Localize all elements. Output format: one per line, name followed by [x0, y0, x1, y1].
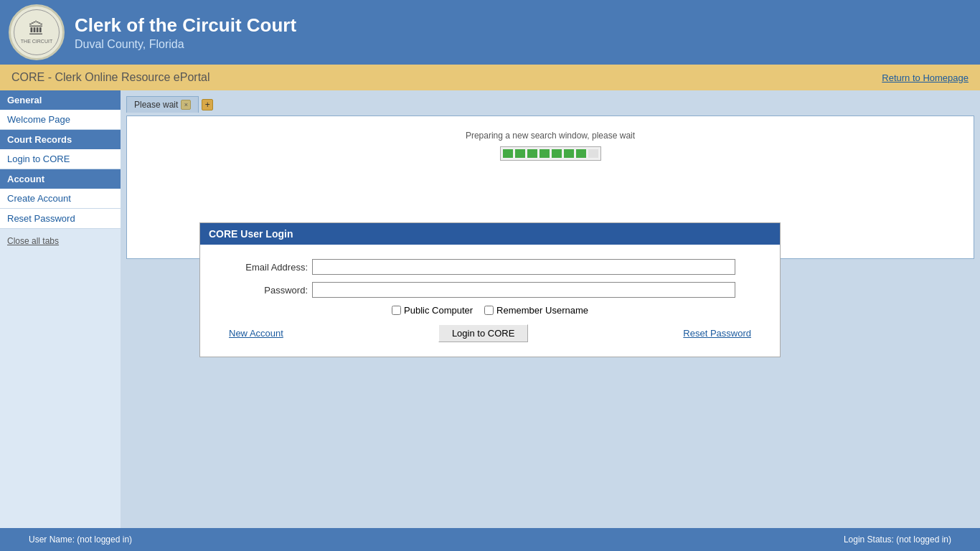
password-label: Password:: [222, 285, 308, 296]
password-input[interactable]: [312, 282, 735, 298]
tab-close-button[interactable]: ×: [181, 100, 191, 110]
login-modal: CORE User Login Email Address: Password:…: [199, 222, 781, 357]
tab-add-button[interactable]: +: [202, 99, 213, 110]
public-computer-label[interactable]: Public Computer: [392, 305, 473, 316]
sidebar-item-login-to-core[interactable]: Login to CORE: [0, 149, 121, 169]
please-wait-tab[interactable]: Please wait ×: [126, 96, 199, 113]
login-modal-body: Email Address: Password: Public Computer…: [200, 245, 780, 357]
progress-block-7: [576, 149, 586, 158]
remember-username-label[interactable]: Remember Username: [484, 305, 588, 316]
sidebar-section-court-records: Court Records: [0, 130, 121, 149]
new-account-link[interactable]: New Account: [229, 328, 283, 339]
progress-block-1: [503, 149, 513, 158]
remember-username-checkbox[interactable]: [484, 306, 494, 315]
sidebar-section-general: General: [0, 90, 121, 110]
site-title: Clerk of the Circuit Court: [75, 14, 296, 37]
header-titles: Clerk of the Circuit Court Duval County,…: [75, 14, 296, 51]
sidebar-item-create-account[interactable]: Create Account: [0, 189, 121, 209]
password-row: Password:: [222, 282, 758, 298]
footer: User Name: (not logged in) Login Status:…: [0, 528, 980, 551]
email-row: Email Address:: [222, 259, 758, 275]
site-subtitle: Duval County, Florida: [75, 38, 296, 51]
reset-password-link[interactable]: Reset Password: [683, 328, 751, 339]
footer-username: User Name: (not logged in): [29, 534, 132, 545]
login-footer: New Account Login to CORE Reset Password: [222, 324, 758, 342]
progress-bar: [500, 146, 601, 161]
sidebar-item-reset-password[interactable]: Reset Password: [0, 209, 121, 229]
email-label: Email Address:: [222, 262, 308, 273]
progress-block-3: [527, 149, 537, 158]
email-input[interactable]: [312, 259, 735, 275]
checkboxes-row: Public Computer Remember Username: [222, 305, 758, 316]
logo: 🏛 THE CIRCUIT: [9, 4, 65, 60]
progress-block-6: [564, 149, 574, 158]
sidebar: General Welcome Page Court Records Login…: [0, 90, 121, 528]
sidebar-section-account: Account: [0, 169, 121, 189]
sidebar-item-welcome[interactable]: Welcome Page: [0, 110, 121, 130]
portal-title: CORE - Clerk Online Resource ePortal: [11, 71, 210, 84]
progress-block-4: [540, 149, 550, 158]
public-computer-checkbox[interactable]: [392, 306, 401, 315]
progress-block-5: [552, 149, 562, 158]
return-homepage-link[interactable]: Return to Homepage: [882, 72, 969, 83]
footer-login-status: Login Status: (not logged in): [844, 534, 951, 545]
loading-message: Preparing a new search window, please wa…: [141, 131, 959, 141]
tab-label: Please wait: [134, 100, 178, 110]
progress-block-8: [588, 149, 598, 158]
progress-block-2: [515, 149, 525, 158]
tab-bar: Please wait × +: [126, 96, 974, 113]
login-to-core-button[interactable]: Login to CORE: [438, 324, 528, 342]
header: 🏛 THE CIRCUIT Clerk of the Circuit Court…: [0, 0, 980, 65]
login-modal-header: CORE User Login: [200, 223, 780, 245]
close-all-tabs-button[interactable]: Close all tabs: [0, 229, 121, 253]
subheader: CORE - Clerk Online Resource ePortal Ret…: [0, 65, 980, 90]
